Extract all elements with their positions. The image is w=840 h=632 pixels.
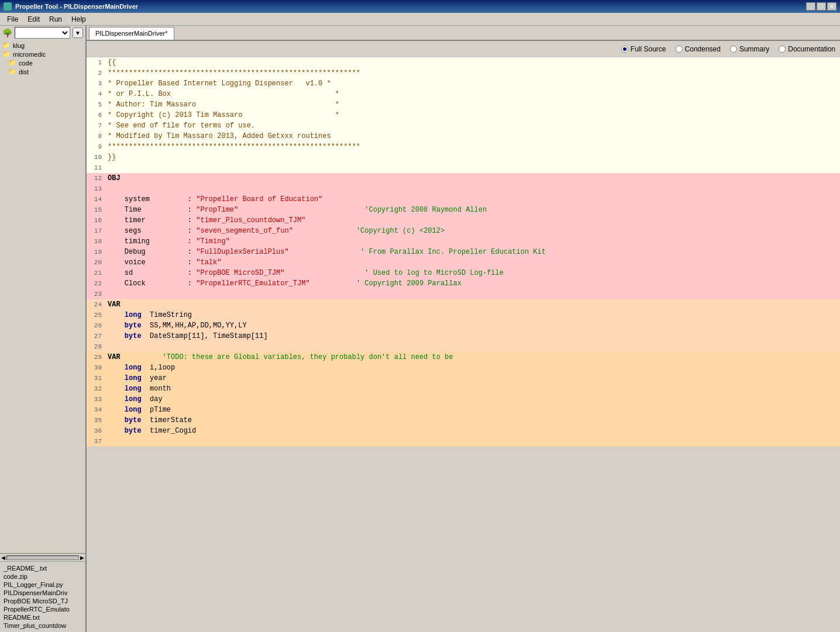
menu-run[interactable]: Run (44, 14, 67, 25)
line-content: * Author: Tim Massaro * (105, 99, 840, 110)
line-number: 32 (87, 384, 105, 394)
code-line-17: 17 segs : "seven_segments_of_fun" 'Copyr… (87, 226, 840, 236)
line-content: byte DateStamp[11], TimeStamp[11] (105, 331, 840, 341)
tab-pildispenserMainDriver[interactable]: PILDispenserMainDriver* (89, 27, 174, 40)
line-number: 28 (87, 341, 105, 352)
line-number: 9 (87, 141, 105, 152)
code-line-28: 28 (87, 341, 840, 352)
line-number: 3 (87, 78, 105, 89)
code-line-21: 21 sd : "PropBOE MicroSD_TJM" ' Used to … (87, 268, 840, 278)
minimize-button[interactable]: _ (806, 2, 815, 11)
line-number: 33 (87, 394, 105, 405)
line-number: 11 (87, 163, 105, 173)
code-line-15: 15 Time : "PropTime" 'Copyright 2008 Ray… (87, 205, 840, 215)
line-number: 12 (87, 173, 105, 184)
code-line-14: 14 system : "Propeller Board of Educatio… (87, 194, 840, 205)
code-line-2: 2***************************************… (87, 68, 840, 78)
code-line-11: 11 (87, 163, 840, 173)
line-number: 34 (87, 405, 105, 415)
scroll-left-icon[interactable]: ◀ (1, 555, 5, 561)
line-content: long TimeString (105, 310, 840, 320)
tab-label: PILDispenserMainDriver* (95, 30, 168, 37)
sidebar-dropdown[interactable] (15, 27, 70, 39)
file-item-code-zip[interactable]: code.zip (1, 572, 84, 581)
line-number: 27 (87, 331, 105, 341)
close-button[interactable]: × (827, 2, 836, 11)
hscroll-thumb[interactable] (6, 555, 79, 560)
radio-circle-condensed (676, 46, 683, 53)
radio-circle-documentation (779, 46, 786, 53)
folder-icon: 📁 (8, 68, 16, 75)
sidebar-expand-button[interactable]: ▼ (73, 27, 83, 38)
line-content: long day (105, 394, 840, 405)
code-line-13: 13 (87, 184, 840, 194)
scroll-right-icon[interactable]: ▶ (80, 555, 84, 561)
titlebar: Propeller Tool - PILDispenserMainDriver … (0, 0, 840, 13)
tree-folder-label: dist (19, 68, 29, 75)
line-content: OBJ (105, 173, 840, 184)
line-number: 36 (87, 426, 105, 436)
menu-help[interactable]: Help (67, 14, 91, 25)
file-item-pil-logger[interactable]: PIL_Logger_Final.py (1, 581, 84, 589)
radio-condensed[interactable]: Condensed (676, 45, 721, 53)
line-number: 16 (87, 215, 105, 226)
tree-folder-dist[interactable]: 📁 dist (1, 67, 84, 76)
file-item-pildispenser[interactable]: PILDispenserMainDriv (1, 589, 84, 597)
line-content: * Modified by Tim Massaro 2013, Added Ge… (105, 131, 840, 141)
code-line-19: 19 Debug : "FullDuplexSerialPlus" ' From… (87, 247, 840, 257)
code-line-23: 23 (87, 289, 840, 299)
line-number: 26 (87, 320, 105, 331)
code-line-35: 35 byte timerState (87, 415, 840, 426)
line-content: ****************************************… (105, 68, 840, 78)
line-content: * See end of file for terms of use. (105, 120, 840, 131)
code-editor[interactable]: 1{{2************************************… (87, 57, 840, 632)
code-line-33: 33 long day (87, 394, 840, 405)
maximize-button[interactable]: □ (817, 2, 826, 11)
line-content: system : "Propeller Board of Education" (105, 194, 840, 205)
tree-folder-micromedic[interactable]: 📁 micromedic (1, 50, 84, 58)
code-line-8: 8* Modified by Tim Massaro 2013, Added G… (87, 131, 840, 141)
radio-documentation[interactable]: Documentation (779, 45, 835, 53)
code-line-4: 4* or P.I.L. Box * (87, 89, 840, 99)
file-item-readme[interactable]: README.txt (1, 613, 84, 621)
file-item-timer-plus[interactable]: Timer_plus_countdow (1, 621, 84, 630)
line-number: 7 (87, 120, 105, 131)
menu-file[interactable]: File (2, 14, 23, 25)
line-number: 24 (87, 299, 105, 310)
tree-folder-label: code (19, 60, 33, 67)
radio-summary[interactable]: Summary (730, 45, 769, 53)
app-icon (4, 2, 12, 11)
line-content: byte SS,MM,HH,AP,DD,MO,YY,LY (105, 320, 840, 331)
sidebar-files: _README_.txt code.zip PIL_Logger_Final.p… (0, 561, 85, 632)
line-number: 2 (87, 68, 105, 78)
titlebar-controls: _ □ × (806, 2, 836, 11)
tree-folder-code[interactable]: 📁 code (1, 58, 84, 67)
code-line-34: 34 long pTime (87, 405, 840, 415)
code-line-3: 3* Propeller Based Internet Logging Disp… (87, 78, 840, 89)
code-line-36: 36 byte timer_Cogid (87, 426, 840, 436)
line-content: * Propeller Based Internet Logging Dispe… (105, 78, 840, 89)
file-item-propellerrtc[interactable]: PropellerRTC_Emulato (1, 605, 84, 613)
file-item-propboe[interactable]: PropBOE MicroSD_TJ (1, 597, 84, 605)
line-number: 4 (87, 89, 105, 99)
line-content: VAR (105, 299, 840, 310)
code-line-31: 31 long year (87, 373, 840, 384)
tree-folder-label: klug (13, 42, 25, 49)
line-content: VAR 'TODO: these are Global variables, t… (105, 352, 840, 362)
line-content: timing : "Timing" (105, 236, 840, 247)
line-number: 22 (87, 278, 105, 289)
radio-label-summary: Summary (739, 45, 769, 53)
radio-full-source[interactable]: Full Source (621, 45, 666, 53)
line-content: segs : "seven_segments_of_fun" 'Copyrigh… (105, 226, 840, 236)
file-item-readme-txt[interactable]: _README_.txt (1, 564, 84, 572)
line-content: byte timer_Cogid (105, 426, 840, 436)
tree-folder-klug[interactable]: 📁 klug (1, 41, 84, 50)
menu-edit[interactable]: Edit (23, 14, 44, 25)
line-content: Clock : "PropellerRTC_Emulator_TJM" ' Co… (105, 278, 840, 289)
folder-icon: 📁 (2, 42, 11, 49)
sidebar-tree: 📁 klug 📁 micromedic 📁 code 📁 dist (0, 40, 85, 553)
code-line-16: 16 timer : "timer_Plus_countdown_TJM" (87, 215, 840, 226)
line-content: * or P.I.L. Box * (105, 89, 840, 99)
code-line-25: 25 long TimeString (87, 310, 840, 320)
sidebar-tree-header: 🌳 ▼ (0, 26, 85, 40)
